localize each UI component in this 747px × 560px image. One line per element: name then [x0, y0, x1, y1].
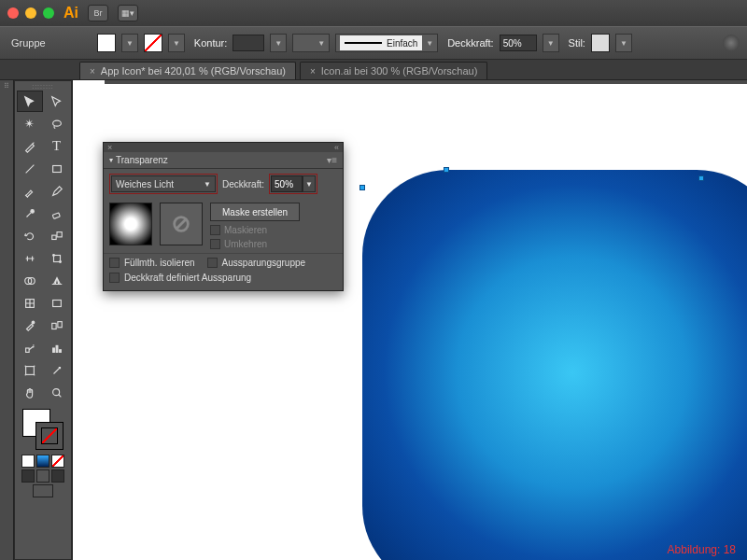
sync-settings-icon[interactable]	[723, 35, 740, 51]
svg-point-13	[32, 321, 35, 324]
variable-width-dropdown[interactable]: ▼	[292, 34, 330, 52]
draw-normal[interactable]	[21, 469, 35, 483]
blend-tool[interactable]	[44, 315, 70, 336]
isolate-checkbox[interactable]	[109, 258, 120, 268]
brush-definition-dropdown[interactable]: Einfach ▼	[335, 34, 438, 52]
blend-mode-dropdown[interactable]: Weiches Licht ▼	[111, 175, 216, 192]
svg-rect-16	[25, 348, 29, 352]
blob-brush-tool[interactable]	[17, 203, 43, 224]
slice-tool[interactable]	[44, 359, 70, 381]
opacity-dropdown[interactable]: ▼	[543, 34, 559, 52]
zoom-tool[interactable]	[44, 382, 70, 403]
color-mode-gradient[interactable]	[36, 455, 49, 468]
panel-tab-transparency[interactable]: ▾ Transparenz ▾≡	[104, 152, 343, 169]
tab-active[interactable]: × App Icon* bei 420,01 % (RGB/Vorschau)	[79, 62, 296, 79]
draw-inside[interactable]	[51, 469, 64, 483]
figure-caption: Abbildung: 18	[668, 543, 736, 556]
paintbrush-tool[interactable]	[17, 180, 43, 202]
color-mode-row	[21, 455, 64, 468]
artboard-tool[interactable]	[17, 359, 43, 381]
opacity-field[interactable]	[500, 35, 537, 51]
toolbox: :::::::: ✴ T	[14, 80, 72, 560]
hand-tool[interactable]	[17, 382, 43, 403]
eyedropper-tool[interactable]	[17, 315, 43, 336]
dock-strip: ⠿	[0, 80, 14, 560]
artwork-app-icon[interactable]	[362, 170, 747, 560]
lasso-tool[interactable]	[44, 113, 70, 134]
define-knockout-label: Deckkraft definiert Aussparung	[124, 273, 251, 283]
opacity-thumbnail[interactable]	[109, 203, 152, 245]
draw-behind[interactable]	[36, 469, 49, 483]
knockout-label: Aussparungsgruppe	[222, 258, 306, 268]
color-mode-none[interactable]	[51, 455, 64, 468]
screen-mode-button[interactable]	[33, 484, 53, 497]
free-transform-tool[interactable]	[44, 247, 70, 269]
rotate-tool[interactable]	[17, 225, 43, 246]
bridge-button[interactable]: Br	[88, 5, 108, 21]
panel-menu-icon[interactable]: ▾≡	[327, 155, 337, 165]
mesh-tool[interactable]	[17, 292, 43, 314]
panel-opacity-dropdown[interactable]: ▼	[303, 175, 316, 192]
stroke-dropdown[interactable]: ▼	[168, 34, 185, 52]
opacity-label: Deckkraft:	[447, 37, 494, 49]
stroke-weight-field[interactable]	[233, 35, 264, 51]
style-dropdown[interactable]: ▼	[615, 34, 632, 52]
symbol-sprayer-tool[interactable]	[17, 337, 43, 358]
gradient-tool[interactable]	[44, 292, 70, 314]
pen-tool[interactable]	[17, 135, 43, 157]
width-tool[interactable]	[17, 247, 43, 269]
scale-tool[interactable]	[44, 225, 70, 246]
selection-handle[interactable]	[444, 167, 449, 173]
zoom-icon[interactable]	[43, 7, 54, 19]
svg-point-0	[52, 120, 61, 126]
svg-rect-15	[57, 321, 61, 327]
panel-opacity-field[interactable]	[271, 175, 303, 192]
selection-handle[interactable]	[359, 185, 365, 190]
close-tab-icon[interactable]: ×	[90, 66, 95, 77]
pencil-tool[interactable]	[44, 180, 70, 202]
close-panel-icon[interactable]: ×	[107, 143, 112, 152]
blend-mode-value: Weiches Licht	[116, 179, 174, 189]
invert-checkbox	[210, 239, 220, 249]
isolate-label: Füllmth. isolieren	[124, 258, 195, 268]
selection-handle[interactable]	[698, 175, 704, 181]
eraser-tool[interactable]	[44, 203, 70, 224]
line-tool[interactable]	[17, 158, 43, 179]
direct-selection-tool[interactable]	[44, 91, 70, 112]
svg-point-2	[30, 209, 34, 213]
close-tab-icon[interactable]: ×	[310, 66, 316, 77]
close-icon[interactable]	[7, 7, 19, 19]
transparency-panel: ×« ▾ Transparenz ▾≡ Weiches Licht ▼ Deck…	[103, 142, 344, 291]
style-swatch[interactable]	[591, 34, 610, 52]
control-bar: Gruppe ▼ ▼ Kontur: ▼ ▼ Einfach ▼ Deckkra…	[0, 26, 747, 60]
magic-wand-tool[interactable]: ✴	[17, 113, 43, 134]
svg-rect-12	[52, 300, 61, 306]
define-knockout-checkbox[interactable]	[109, 273, 120, 283]
arrange-documents-button[interactable]: ▦▾	[118, 5, 138, 21]
shape-builder-tool[interactable]	[17, 270, 43, 291]
svg-rect-1	[52, 165, 61, 172]
mask-thumbnail[interactable]	[160, 203, 203, 245]
svg-rect-18	[56, 345, 58, 352]
make-mask-button[interactable]: Maske erstellen	[210, 203, 300, 221]
stroke-swatch[interactable]	[144, 34, 162, 52]
knockout-checkbox[interactable]	[207, 258, 218, 268]
tab-inactive[interactable]: × Icon.ai bei 300 % (RGB/Vorschau)	[300, 62, 487, 79]
svg-point-7	[52, 254, 54, 256]
color-mode-solid[interactable]	[21, 455, 35, 468]
minimize-icon[interactable]	[25, 7, 36, 19]
column-graph-tool[interactable]	[44, 337, 70, 358]
panel-grip[interactable]: ×«	[104, 143, 343, 152]
rectangle-tool[interactable]	[44, 158, 70, 179]
stroke-weight-dropdown[interactable]: ▼	[270, 34, 287, 52]
stroke-label: Kontur:	[194, 37, 227, 49]
fill-dropdown[interactable]: ▼	[121, 34, 138, 52]
clip-checkbox	[210, 225, 220, 235]
svg-rect-17	[52, 348, 54, 352]
tab-label: Icon.ai bei 300 % (RGB/Vorschau)	[321, 65, 478, 77]
fill-swatch[interactable]	[97, 34, 116, 52]
fill-stroke-control[interactable]	[21, 407, 65, 452]
type-tool[interactable]: T	[44, 135, 70, 157]
selection-tool[interactable]	[17, 91, 43, 112]
perspective-grid-tool[interactable]	[44, 270, 70, 291]
